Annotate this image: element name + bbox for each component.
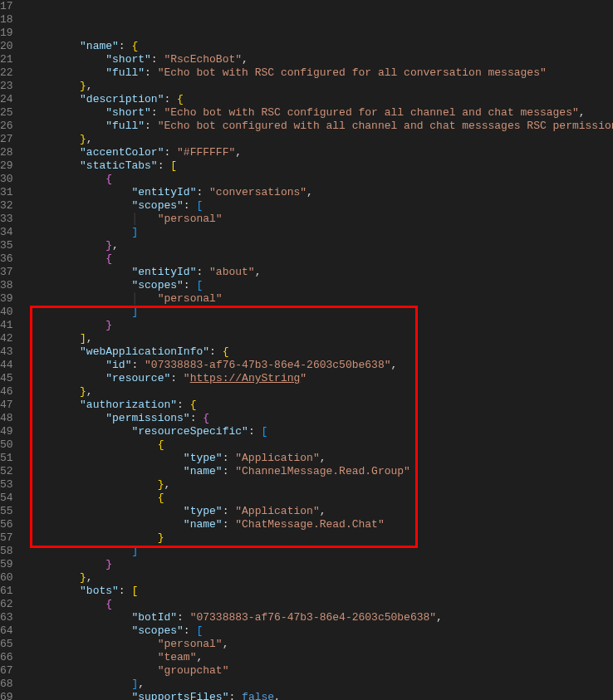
code-line[interactable]: "entityId": "conversations", bbox=[28, 186, 613, 199]
token-key: "scopes" bbox=[131, 199, 183, 212]
line-number: 39 bbox=[0, 292, 13, 306]
token-punc bbox=[28, 372, 106, 384]
token-key: "name" bbox=[184, 465, 223, 477]
token-brace2: } bbox=[105, 319, 112, 331]
code-editor[interactable]: 1718192021222324252627282930313233343536… bbox=[0, 0, 613, 700]
token-brace3: ] bbox=[131, 545, 138, 557]
code-line[interactable]: "resourceSpecific": [ bbox=[28, 425, 613, 438]
line-number: 26 bbox=[0, 120, 13, 133]
code-line[interactable]: "team", bbox=[28, 651, 613, 664]
token-punc: : bbox=[164, 93, 177, 105]
token-brace: { bbox=[190, 399, 197, 411]
token-punc bbox=[28, 531, 158, 544]
code-line[interactable]: "type": "Application", bbox=[28, 452, 613, 465]
code-line[interactable]: │ "personal" bbox=[28, 292, 613, 306]
token-punc: : bbox=[177, 399, 190, 411]
token-punc bbox=[28, 332, 80, 345]
token-punc: : bbox=[223, 465, 236, 477]
code-line[interactable]: "resource": "https://AnyString" bbox=[28, 372, 613, 385]
code-line[interactable]: "scopes": [ bbox=[28, 279, 613, 292]
token-brace: ] bbox=[80, 332, 86, 345]
code-line[interactable]: ] bbox=[28, 306, 613, 319]
token-punc: : bbox=[158, 159, 171, 172]
code-line[interactable]: "name": { bbox=[28, 40, 613, 53]
code-line[interactable]: "permissions": { bbox=[28, 412, 613, 425]
token-punc bbox=[28, 159, 80, 172]
token-punc bbox=[28, 585, 80, 597]
code-line[interactable]: "entityId": "about", bbox=[28, 266, 613, 279]
code-line[interactable]: "short": "Echo bot with RSC configured f… bbox=[28, 106, 613, 120]
code-line[interactable]: } bbox=[28, 531, 613, 545]
code-area[interactable]: "name": { "short": "RscEchoBot", "full":… bbox=[28, 0, 613, 700]
token-key: "entityId" bbox=[131, 266, 196, 278]
code-line[interactable]: "description": { bbox=[28, 93, 613, 106]
code-line[interactable]: "short": "RscEchoBot", bbox=[28, 53, 613, 66]
token-punc: : bbox=[177, 611, 190, 624]
token-punc: , bbox=[320, 505, 326, 517]
code-line[interactable]: }, bbox=[28, 133, 613, 146]
code-line[interactable]: ] bbox=[28, 226, 613, 239]
code-line[interactable]: ] bbox=[28, 545, 613, 558]
code-line[interactable]: { bbox=[28, 492, 613, 505]
token-brace3: [ bbox=[261, 425, 267, 438]
token-punc bbox=[28, 571, 80, 584]
code-line[interactable]: }, bbox=[28, 478, 613, 492]
token-str: " bbox=[184, 372, 190, 384]
code-line[interactable]: { bbox=[28, 173, 613, 186]
token-brace: { bbox=[223, 345, 229, 358]
code-line[interactable]: "accentColor": "#FFFFFF", bbox=[28, 146, 613, 159]
token-guide: │ bbox=[131, 213, 157, 225]
token-punc: : bbox=[190, 412, 204, 424]
token-punc: , bbox=[242, 53, 248, 66]
token-brace3: ] bbox=[131, 226, 138, 238]
code-line[interactable]: "botId": "07338883-af76-47b3-86e4-2603c5… bbox=[28, 611, 613, 624]
code-line[interactable]: "name": "ChannelMessage.Read.Group" bbox=[28, 465, 613, 478]
token-key: "supportsFiles" bbox=[131, 691, 228, 700]
line-number: 67 bbox=[0, 664, 13, 678]
token-punc: : bbox=[223, 452, 236, 464]
code-line[interactable]: "personal", bbox=[28, 638, 613, 651]
line-number: 60 bbox=[0, 571, 13, 585]
token-key: "short" bbox=[105, 106, 151, 119]
line-number: 22 bbox=[0, 66, 13, 80]
code-line[interactable]: ], bbox=[28, 678, 613, 691]
code-line[interactable]: }, bbox=[28, 80, 613, 93]
code-line[interactable]: } bbox=[28, 319, 613, 332]
code-line[interactable]: │ "personal" bbox=[28, 213, 613, 226]
code-line[interactable]: { bbox=[28, 252, 613, 266]
code-line[interactable]: "full": "Echo bot with RSC configured fo… bbox=[28, 66, 613, 80]
code-line[interactable]: }, bbox=[28, 385, 613, 399]
code-line[interactable]: }, bbox=[28, 239, 613, 252]
code-line[interactable]: "webApplicationInfo": { bbox=[28, 345, 613, 359]
code-line[interactable]: ], bbox=[28, 332, 613, 345]
code-line[interactable]: { bbox=[28, 598, 613, 611]
token-str: " bbox=[300, 372, 306, 384]
token-str: "personal" bbox=[158, 213, 223, 225]
token-punc bbox=[28, 66, 106, 79]
code-line[interactable]: "id": "07338883-af76-47b3-86e4-2603c50be… bbox=[28, 359, 613, 372]
token-punc: , bbox=[255, 266, 262, 278]
code-line[interactable]: { bbox=[28, 438, 613, 452]
code-line[interactable]: }, bbox=[28, 571, 613, 585]
token-punc: : bbox=[145, 66, 158, 79]
token-punc: : bbox=[151, 106, 164, 119]
code-line[interactable]: "staticTabs": [ bbox=[28, 159, 613, 173]
token-punc bbox=[28, 505, 184, 517]
line-number: 61 bbox=[0, 585, 13, 598]
code-line[interactable]: "scopes": [ bbox=[28, 199, 613, 213]
code-line[interactable]: "name": "ChatMessage.Read.Chat" bbox=[28, 518, 613, 531]
token-str: "personal" bbox=[158, 638, 223, 650]
code-line[interactable]: "scopes": [ bbox=[28, 624, 613, 638]
code-line[interactable]: "bots": [ bbox=[28, 585, 613, 598]
code-line[interactable]: "groupchat" bbox=[28, 664, 613, 678]
code-line[interactable]: "type": "Application", bbox=[28, 505, 613, 518]
token-punc: , bbox=[579, 106, 586, 119]
token-key: "full" bbox=[105, 66, 145, 79]
line-number: 36 bbox=[0, 252, 13, 266]
code-line[interactable]: "supportsFiles": false, bbox=[28, 691, 613, 700]
code-line[interactable]: "full": "Echo bot configured with all ch… bbox=[28, 120, 613, 133]
code-line[interactable]: "authorization": { bbox=[28, 399, 613, 412]
line-number: 40 bbox=[0, 306, 13, 319]
code-line[interactable]: } bbox=[28, 558, 613, 571]
token-brace2: } bbox=[105, 558, 112, 570]
